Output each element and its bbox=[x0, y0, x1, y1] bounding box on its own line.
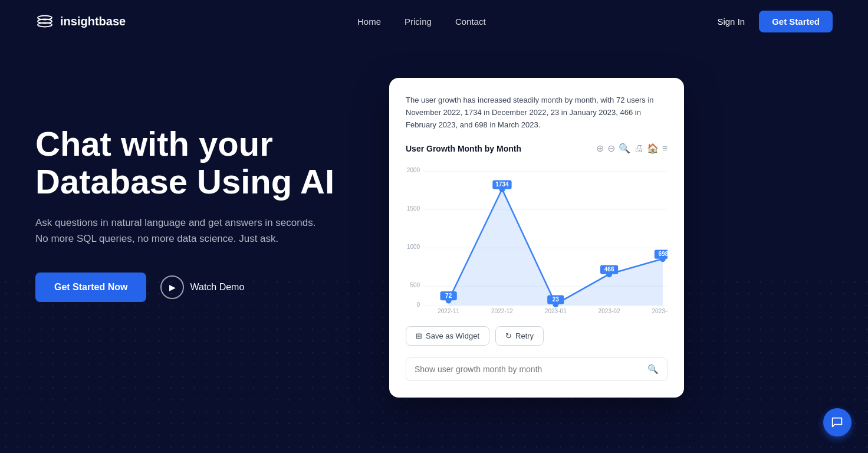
nav-contact[interactable]: Contact bbox=[455, 17, 486, 27]
svg-text:698: 698 bbox=[659, 251, 668, 257]
hero-title: Chat with your Database Using AI bbox=[35, 125, 366, 201]
svg-marker-14 bbox=[449, 189, 663, 306]
retry-button[interactable]: ↻ Retry bbox=[495, 326, 544, 346]
zoom-in-icon[interactable]: ⊕ bbox=[596, 143, 604, 154]
nav-links: Home Pricing Contact bbox=[357, 17, 486, 27]
svg-text:23: 23 bbox=[553, 296, 559, 303]
chart-buttons: ⊞ Save as Widget ↻ Retry bbox=[406, 326, 668, 346]
play-icon: ▶ bbox=[160, 275, 184, 299]
svg-text:2023-03: 2023-03 bbox=[652, 308, 668, 314]
sign-in-button[interactable]: Sign In bbox=[717, 17, 745, 27]
nav-actions: Sign In Get Started bbox=[717, 11, 833, 32]
chart-header: User Growth Month by Month ⊕ ⊖ 🔍 🖨 🏠 ≡ bbox=[406, 143, 668, 154]
svg-text:2022-11: 2022-11 bbox=[438, 308, 459, 314]
svg-text:1734: 1734 bbox=[495, 181, 509, 188]
magnify-icon[interactable]: 🔍 bbox=[619, 143, 630, 154]
menu-icon[interactable]: ≡ bbox=[662, 143, 668, 154]
svg-text:2022-12: 2022-12 bbox=[491, 308, 513, 314]
svg-text:1000: 1000 bbox=[407, 244, 420, 251]
chat-icon bbox=[831, 416, 844, 429]
home-icon[interactable]: 🏠 bbox=[647, 143, 659, 154]
search-input[interactable] bbox=[415, 365, 642, 374]
watch-demo-label: Watch Demo bbox=[190, 282, 244, 293]
logo-icon bbox=[35, 12, 54, 31]
chart-description: The user growth has increased steadily m… bbox=[406, 94, 668, 131]
svg-text:0: 0 bbox=[417, 301, 420, 308]
chart-controls: ⊕ ⊖ 🔍 🖨 🏠 ≡ bbox=[596, 143, 668, 154]
zoom-out-icon[interactable]: ⊖ bbox=[607, 143, 615, 154]
navbar: insightbase Home Pricing Contact Sign In… bbox=[0, 0, 868, 42]
svg-text:466: 466 bbox=[604, 266, 614, 273]
search-icon: 🔍 bbox=[647, 364, 659, 375]
svg-text:2023-01: 2023-01 bbox=[545, 308, 567, 314]
retry-icon: ↻ bbox=[505, 331, 512, 340]
svg-text:2023-02: 2023-02 bbox=[599, 308, 620, 314]
brand-name: insightbase bbox=[60, 15, 126, 28]
save-widget-label: Save as Widget bbox=[426, 331, 479, 340]
hero-left: Chat with your Database Using AI Ask que… bbox=[35, 78, 366, 302]
hero-buttons: Get Started Now ▶ Watch Demo bbox=[35, 273, 366, 302]
chart-card: The user growth has increased steadily m… bbox=[389, 78, 684, 398]
search-bar[interactable]: 🔍 bbox=[406, 357, 668, 381]
save-widget-icon: ⊞ bbox=[416, 331, 422, 340]
save-widget-button[interactable]: ⊞ Save as Widget bbox=[406, 326, 489, 346]
hero-subtitle: Ask questions in natural language and ge… bbox=[35, 215, 318, 247]
nav-pricing[interactable]: Pricing bbox=[405, 17, 432, 27]
retry-label: Retry bbox=[515, 331, 534, 340]
chat-bubble-button[interactable] bbox=[823, 408, 851, 436]
cta-secondary-button[interactable]: ▶ Watch Demo bbox=[160, 275, 244, 299]
hero-section: Chat with your Database Using AI Ask que… bbox=[0, 42, 868, 398]
chart-title: User Growth Month by Month bbox=[406, 144, 521, 153]
cta-primary-button[interactable]: Get Started Now bbox=[35, 273, 146, 302]
brand-logo[interactable]: insightbase bbox=[35, 12, 126, 31]
svg-text:500: 500 bbox=[410, 283, 420, 289]
svg-text:1500: 1500 bbox=[407, 206, 420, 212]
chart-svg: 2000 1500 1000 500 0 bbox=[406, 161, 668, 314]
get-started-nav-button[interactable]: Get Started bbox=[759, 11, 833, 32]
print-icon[interactable]: 🖨 bbox=[634, 143, 643, 154]
nav-home[interactable]: Home bbox=[357, 17, 381, 27]
svg-text:72: 72 bbox=[445, 293, 452, 299]
svg-text:2000: 2000 bbox=[407, 168, 420, 174]
chart-area: 2000 1500 1000 500 0 bbox=[406, 161, 668, 314]
